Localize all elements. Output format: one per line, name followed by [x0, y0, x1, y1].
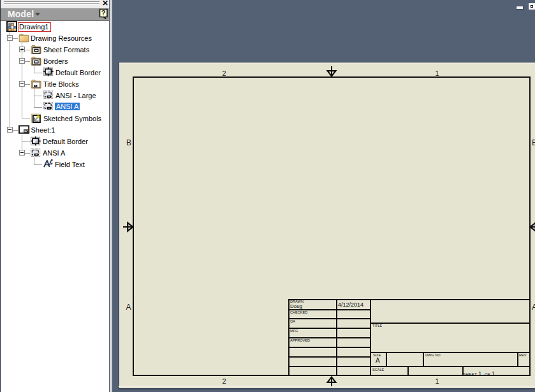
- svg-text:?: ?: [101, 9, 106, 17]
